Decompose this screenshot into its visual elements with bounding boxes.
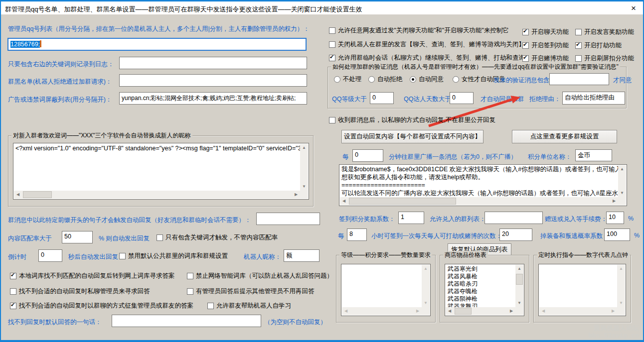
radio-auto-agree[interactable]: 自动同意: [410, 75, 444, 84]
scroll-up-icon[interactable]: [617, 265, 625, 273]
horizontal-scrollbar[interactable]: [446, 307, 515, 315]
points-unit-input[interactable]: 金币: [575, 149, 612, 161]
list-item[interactable]: 武器陨神枪: [446, 295, 514, 303]
more-group-rules-button[interactable]: 点这里查看更多群规设置: [512, 130, 617, 143]
timer-commands-listbox[interactable]: [538, 264, 626, 316]
scrollbar-thumb[interactable]: [516, 274, 523, 285]
scrollbar-thumb[interactable]: [23, 191, 52, 198]
allow-exchange-groups-input[interactable]: [484, 212, 543, 224]
radio-auto-reject[interactable]: 自动拒绝: [368, 75, 402, 84]
vertical-scrollbar[interactable]: [515, 265, 523, 307]
enable-rob-checkbox[interactable]: 开启打劫功能: [575, 41, 622, 50]
keyword-only-checkbox[interactable]: 只有包含关键词才触发，不管内容匹配率: [157, 233, 278, 242]
group-blacklist-input[interactable]: [119, 74, 307, 87]
match-rate-input[interactable]: 50: [62, 231, 93, 243]
checkbox-label: 关闭机器人在群里的发言【聊天、查询、签到、赌博等游戏均关闭】: [338, 40, 525, 49]
signin-hours-input[interactable]: 8: [347, 228, 367, 241]
broadcast-textarea[interactable]: 我是$robotname$，face0x3DD81CDE 欢迎大家找我聊天（输入…: [339, 164, 627, 206]
local-lexicon-fallback-checkbox[interactable]: 本地词库找不到匹配的自动回复后转到网上词库寻求答案: [10, 272, 175, 280]
vertical-scrollbar[interactable]: [618, 165, 626, 197]
enable-chat-checkbox[interactable]: 开启聊天功能: [522, 28, 569, 36]
qq-days-input[interactable]: 0: [450, 92, 474, 104]
scroll-left-icon[interactable]: [14, 191, 22, 199]
checkbox-box: [10, 303, 16, 309]
private-reply-checkbox[interactable]: 收到群消息后，以私聊的方式自动回复,不在群里公开回复: [329, 116, 495, 124]
default-reply-input[interactable]: [112, 315, 261, 327]
horizontal-scrollbar[interactable]: [14, 191, 300, 199]
scroll-right-icon[interactable]: [292, 191, 300, 199]
set-auto-reply-button[interactable]: 设置自动回复内容【每个群都可设置成不同内容】: [341, 130, 483, 143]
vertical-scrollbar[interactable]: [300, 144, 308, 191]
enable-speak-reward-checkbox[interactable]: 开启发言奖励功能: [575, 28, 634, 36]
countdown-input[interactable]: 0: [38, 249, 62, 262]
checkbox-label: 找不到合适的自动回复时以群聊的方式征集管理员或群友的答案: [19, 302, 193, 310]
signin-coef-input[interactable]: 1: [398, 212, 424, 224]
banned-words-input[interactable]: yunpan.cn;彩钻;混网全部技术;禽;贱鸡;鸡巴;互赞;教程地址;卖刷钻;: [119, 92, 307, 105]
verify-msg-contains-input[interactable]: [549, 73, 609, 85]
scroll-down-icon[interactable]: [515, 299, 523, 307]
scroll-up-icon[interactable]: [300, 144, 308, 152]
forbid-net-lexicon-checkbox[interactable]: 禁止网络智能词库（可以防止机器人乱回答问题）: [187, 272, 333, 280]
welcome-textarea[interactable]: <?xml version="1.0" encoding="UTF-8" sta…: [13, 143, 309, 200]
scroll-down-icon[interactable]: [300, 183, 308, 191]
match-rate-suffix-label: % 则自动发出回复: [99, 234, 150, 243]
prefix-trigger-input[interactable]: [256, 213, 320, 225]
disable-public-lexicon-checkbox[interactable]: 禁用默认公共群里的词库和群规设置: [119, 252, 228, 260]
scroll-up-icon[interactable]: [422, 265, 430, 273]
scrollbar-thumb[interactable]: [455, 308, 472, 315]
scroll-up-icon[interactable]: [515, 265, 523, 273]
scroll-down-icon[interactable]: [617, 299, 625, 307]
horizontal-scrollbar[interactable]: [340, 197, 618, 205]
admin-answered-hint-checkbox[interactable]: 有管理员回答后提示其他管理员不用再回答: [187, 287, 315, 296]
log-keywords-input[interactable]: [119, 57, 307, 69]
checkbox-box: [575, 55, 582, 62]
checkbox-label: 找不到合适的自动回复时私聊管理员来寻求回答: [19, 287, 150, 296]
scroll-left-icon[interactable]: [539, 307, 547, 315]
ask-admin-private-checkbox[interactable]: 找不到合适的自动回复时私聊管理员来寻求回答: [10, 287, 150, 296]
scroll-left-icon[interactable]: [340, 197, 348, 205]
drop-rate-input[interactable]: 100: [604, 228, 630, 241]
list-item[interactable]: 武器寒光剑: [446, 265, 514, 273]
welcome-group-title: 对新入群者致欢迎词——"XXX"三个字软件会自动替换成新人的昵称: [11, 131, 192, 140]
list-item[interactable]: 武器风暴枪: [446, 273, 514, 280]
scroll-down-icon[interactable]: [422, 299, 430, 307]
checkbox-box: [522, 55, 529, 62]
scroll-left-icon[interactable]: [342, 307, 350, 315]
rob-times-input[interactable]: 20: [499, 228, 532, 241]
list-item[interactable]: 武器暗杀刃: [446, 280, 514, 288]
list-item[interactable]: 武器夺魄枪: [446, 288, 514, 295]
broadcast-minutes-input[interactable]: 0: [352, 149, 383, 162]
shop-price-listbox[interactable]: 武器寒光剑 武器风暴枪 武器暗杀刃 武器夺魄枪 武器陨神枪 武器龙舞刃: [445, 264, 524, 316]
radio-no-handle[interactable]: 不处理: [334, 75, 362, 84]
scrollbar-thumb[interactable]: [349, 198, 456, 205]
level-requirements-listbox[interactable]: [341, 264, 431, 316]
admin-qq-input[interactable]: 12856769;: [7, 38, 307, 51]
exchange-fee-input[interactable]: 10: [606, 212, 624, 224]
selected-text: 12856769;: [10, 41, 40, 48]
vertical-scrollbar[interactable]: [422, 265, 430, 307]
vertical-scrollbar[interactable]: [617, 265, 625, 307]
list-item[interactable]: 武器龙舞刃: [446, 303, 514, 307]
collect-answer-in-group-checkbox[interactable]: 找不到合适的自动回复时以群聊的方式征集管理员或群友的答案: [10, 302, 193, 310]
allow-anyone-control-checkbox[interactable]: 允许任意网友通过发"关闭聊天功能"和"开启聊天功能"来控制它: [329, 26, 509, 35]
enable-gamble-checkbox[interactable]: 开启赌博功能: [522, 54, 569, 63]
scroll-right-icon[interactable]: [414, 307, 422, 315]
enable-signin-checkbox[interactable]: 开启签到功能: [522, 41, 569, 50]
mute-robot-in-group-checkbox[interactable]: 关闭机器人在群里的发言【聊天、查询、签到、赌博等游戏均关闭】: [329, 40, 525, 49]
qq-level-input[interactable]: 0: [370, 92, 394, 104]
scroll-left-icon[interactable]: [446, 307, 454, 315]
horizontal-scrollbar[interactable]: [342, 307, 422, 315]
reject-reason-input[interactable]: 自动给出拒绝理由: [562, 92, 625, 105]
scroll-right-icon[interactable]: [610, 197, 618, 205]
scroll-right-icon[interactable]: [609, 307, 617, 315]
allow-members-teach-checkbox[interactable]: 允许群友帮助机器人自学习: [207, 302, 291, 310]
scroll-up-icon[interactable]: [618, 165, 626, 173]
enable-screen-spam-penalty-checkbox[interactable]: 开启刷屏扣分功能: [575, 54, 634, 63]
horizontal-scrollbar[interactable]: [539, 307, 617, 315]
close-icon[interactable]: ×: [631, 3, 636, 13]
scroll-right-icon[interactable]: [507, 307, 515, 315]
robot-nickname-input[interactable]: 额: [284, 249, 320, 262]
scroll-down-icon[interactable]: [618, 189, 626, 197]
allow-temp-session-checkbox[interactable]: 允许用群临时会话（私聊方式）继续聊天、签到、赌博、打劫和查询: [329, 54, 525, 62]
radio-label: 自动拒绝: [377, 75, 402, 84]
